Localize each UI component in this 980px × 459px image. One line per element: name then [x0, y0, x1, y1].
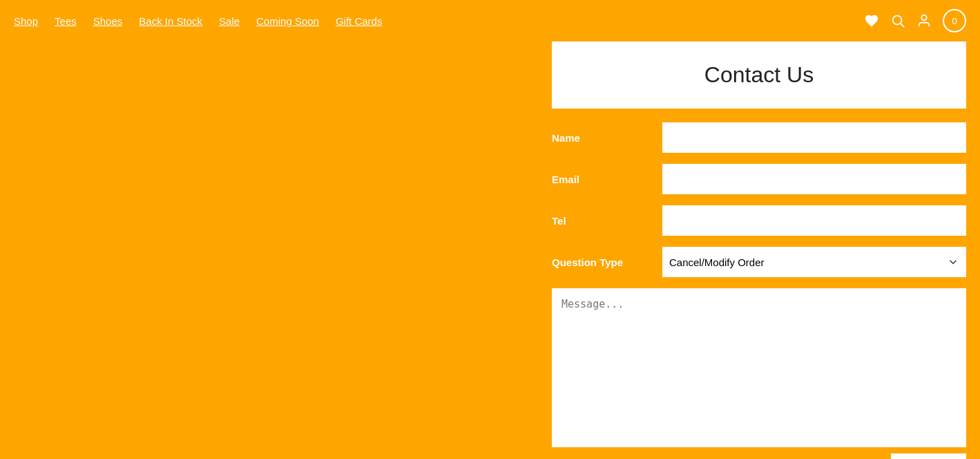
svg-point-2 — [921, 15, 926, 20]
name-row: Name — [552, 122, 966, 153]
question-type-row: Question Type Cancel/Modify Order Shippi… — [552, 247, 966, 277]
nav-shop[interactable]: Shop — [14, 15, 38, 27]
tel-input[interactable] — [662, 205, 966, 236]
svg-line-1 — [901, 24, 904, 27]
nav-gift-cards[interactable]: Gift Cards — [336, 15, 383, 27]
contact-header-box: Contact Us — [552, 41, 966, 109]
search-button[interactable] — [890, 13, 905, 28]
nav-sale[interactable]: Sale — [219, 15, 240, 27]
right-panel: Contact Us Name Email Tel Question Type — [552, 41, 966, 459]
wishlist-button[interactable] — [864, 13, 879, 28]
name-label: Name — [552, 132, 662, 144]
contact-form: Name Email Tel Question Type Cancel/Modi… — [552, 109, 966, 459]
header-icons: 0 — [864, 9, 966, 32]
message-wrapper — [552, 288, 966, 450]
email-label: Email — [552, 174, 662, 185]
search-icon — [890, 13, 905, 28]
nav-shoes[interactable]: Shoes — [93, 15, 123, 27]
left-panel — [14, 41, 552, 459]
nav-coming-soon[interactable]: Coming Soon — [256, 15, 319, 27]
email-input[interactable] — [662, 164, 966, 194]
main-content: Contact Us Name Email Tel Question Type — [0, 41, 980, 459]
tel-row: Tel — [552, 205, 966, 236]
nav-back-in-stock[interactable]: Back In Stock — [139, 15, 202, 27]
account-button[interactable] — [916, 13, 932, 28]
send-button[interactable]: Send — [891, 453, 966, 459]
tel-label: Tel — [552, 215, 662, 227]
heart-icon — [864, 13, 879, 28]
site-header: Shop Tees Shoes Back In Stock Sale Comin… — [0, 0, 980, 41]
question-type-select[interactable]: Cancel/Modify Order Shipping Returns Gen… — [662, 247, 966, 277]
cart-count: 0 — [952, 16, 957, 26]
user-icon — [916, 13, 932, 28]
contact-title: Contact Us — [579, 62, 939, 88]
main-nav: Shop Tees Shoes Back In Stock Sale Comin… — [14, 15, 382, 27]
nav-tees[interactable]: Tees — [55, 15, 77, 27]
question-type-label: Question Type — [552, 256, 662, 268]
cart-button[interactable]: 0 — [943, 9, 966, 32]
message-textarea[interactable] — [552, 288, 966, 447]
site-footer: "UNIF" Site by Special — Offer Send — [0, 447, 980, 459]
svg-point-0 — [893, 16, 902, 25]
name-input[interactable] — [662, 122, 966, 153]
email-row: Email — [552, 164, 966, 194]
